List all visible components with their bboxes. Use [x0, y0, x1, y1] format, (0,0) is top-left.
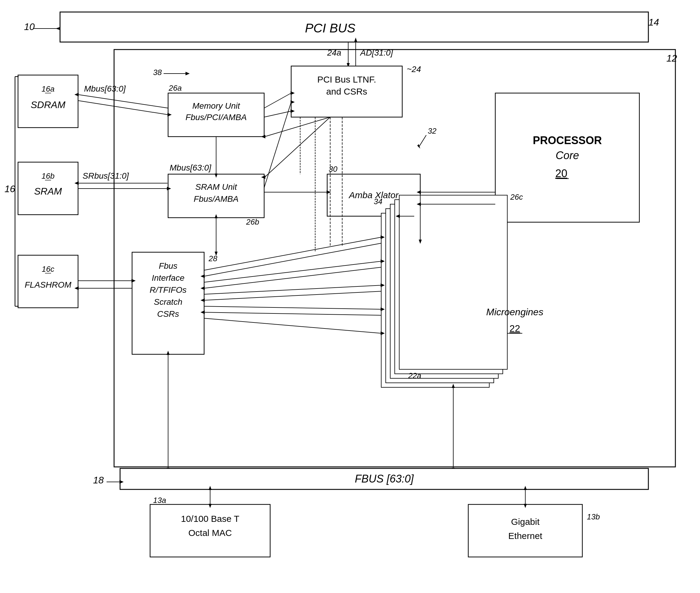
core-label: Core: [555, 149, 579, 162]
fbus-csrs-label: CSRs: [157, 309, 179, 319]
pci-bus-label: PCI BUS: [305, 21, 356, 35]
srbus-label: SRbus[31:0]: [83, 171, 129, 181]
diagram-container: 14 PCI BUS 10 12 AD[31:0] 24a PCI Bus LT…: [0, 0, 700, 593]
ref-26b: 26b: [246, 218, 259, 226]
ref-13a: 13a: [153, 496, 166, 505]
pci-ref-14: 14: [648, 17, 659, 28]
proc-ref-20: 20: [555, 167, 567, 180]
fbus-rtfifos-label: R/TFIFOs: [150, 285, 187, 294]
pci-ref-24: ~24: [407, 65, 421, 74]
ref-26c: 26c: [510, 193, 523, 201]
micro-ref-22: 22: [509, 323, 520, 334]
ad-bus-label: AD[31:0]: [360, 48, 393, 57]
gigabit-label: Gigabit: [511, 517, 540, 527]
sdram-label: SDRAM: [31, 100, 66, 110]
memory-unit-label: Memory Unit: [193, 101, 240, 111]
sram-label: SRAM: [34, 186, 62, 197]
mbus-top-label: Mbus[63:0]: [84, 84, 126, 93]
ref-10: 10: [24, 21, 35, 32]
sram-ref-label: 16b: [41, 171, 54, 181]
flashrom-label: FLASHROM: [25, 280, 72, 289]
fbus-iface-label: Fbus: [159, 261, 177, 271]
pci-ref-24a: 24a: [327, 48, 341, 57]
fbus-scratch-label: Scratch: [154, 297, 182, 307]
memory-fbus-label: Fbus/PCI/AMBA: [186, 113, 247, 122]
ref-22a: 22a: [408, 371, 421, 380]
mem-group-ref: 16: [4, 184, 15, 194]
octal-mac-label: Octal MAC: [188, 528, 232, 538]
sram-unit-label: SRAM Unit: [195, 182, 238, 192]
flash-ref-label: 16c: [42, 265, 54, 274]
ethernet-label: Ethernet: [508, 531, 542, 541]
pci-ltnf-label: PCI Bus LTNF.: [317, 75, 376, 84]
pci-csrs-label: and CSRs: [326, 86, 367, 96]
ref-13b: 13b: [587, 512, 600, 521]
ref-26a: 26a: [168, 83, 181, 92]
sdram-ref-label: 16a: [41, 84, 54, 93]
mbus-bot-label: Mbus[63:0]: [170, 163, 212, 172]
ref-32: 32: [428, 126, 437, 135]
processor-label: PROCESSOR: [533, 134, 602, 147]
svg-rect-21: [399, 195, 507, 369]
fbus-label: FBUS [63:0]: [355, 473, 414, 485]
ref-34: 34: [374, 197, 382, 206]
sram-fbus-label: Fbus/AMBA: [194, 194, 238, 204]
chip-ref-12: 12: [666, 53, 677, 64]
fbus-ref-18: 18: [93, 475, 104, 485]
microengines-label: Microengines: [486, 307, 543, 317]
ref-38: 38: [153, 68, 162, 77]
fbus-interface-label: Interface: [152, 273, 184, 282]
base-t-label: 10/100 Base T: [181, 514, 240, 524]
